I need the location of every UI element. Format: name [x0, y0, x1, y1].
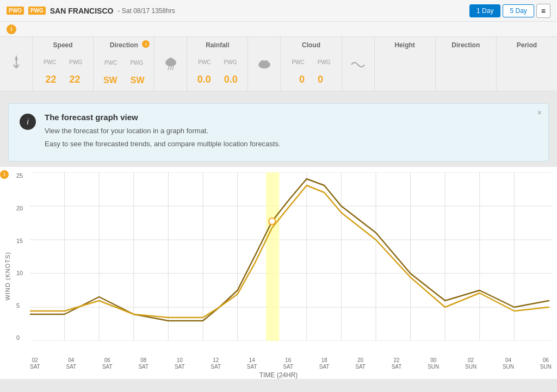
cloud-section: Cloud PWC PWG 0 0 — [281, 37, 342, 91]
y-tick-20: 20 — [16, 205, 23, 211]
cloud-icon — [257, 56, 272, 71]
x-tick-2: 06SAT — [102, 357, 113, 370]
svg-point-10 — [264, 60, 268, 65]
spacer — [0, 91, 557, 98]
tooltip-line1: View the forecast for your location in a… — [45, 126, 281, 136]
x-tick-5: 12SAT — [211, 357, 221, 370]
svg-point-4 — [168, 58, 174, 64]
svg-line-7 — [172, 66, 174, 70]
speed-label-pwg: PWG — [69, 59, 82, 65]
cloud-icon-section — [248, 37, 281, 91]
menu-button[interactable]: ≡ — [536, 4, 550, 18]
x-tick-4: 10SAT — [175, 357, 185, 370]
x-tick-8: 18SAT — [319, 357, 330, 370]
height-title: Height — [394, 41, 414, 49]
current-indicator-badge: i — [0, 170, 9, 179]
wave-direction-space — [465, 59, 467, 65]
speed-val-pwg: 22 — [70, 74, 81, 85]
height-section: Height — [375, 37, 436, 91]
rainfall-section: Rainfall PWC PWG 0.0 0.0 — [187, 37, 248, 91]
rain-icon-section — [154, 37, 187, 91]
logo-pwg: PWG — [28, 7, 46, 15]
wave-direction-val — [465, 74, 467, 85]
rainfall-label-pwc: PWC — [198, 59, 211, 65]
speed-val-pwc: 22 — [46, 74, 57, 85]
close-button[interactable]: × — [537, 108, 542, 117]
direction-values: SW SW — [103, 76, 145, 85]
svg-line-5 — [168, 66, 169, 70]
x-tick-9: 20SAT — [355, 357, 366, 370]
rainfall-val-pwc: 0.0 — [197, 74, 211, 85]
cloud-label-pwg: PWG — [318, 59, 331, 65]
x-ticks: 02SAT 04SAT 06SAT 08SAT 10SAT 12SAT 14SA… — [30, 357, 552, 370]
wave-direction-labels — [465, 59, 467, 65]
chart-svg[interactable] — [30, 172, 552, 341]
tooltip-line2: Easy to see the forecasted trends, and c… — [45, 139, 281, 149]
x-tick-14: 06SUN — [540, 357, 552, 370]
svg-point-32 — [269, 218, 275, 225]
weather-bar: Speed PWC PWG 22 22 i Direction PWC PWG … — [0, 37, 557, 91]
header-right: 1 Day 5 Day ≡ — [469, 4, 550, 18]
height-values — [404, 74, 406, 85]
period-section: Period — [497, 37, 557, 91]
cloud-val-pwg: 0 — [318, 74, 323, 85]
speed-labels: PWC PWG — [44, 59, 82, 65]
x-tick-13: 04SUN — [503, 357, 514, 370]
tooltip-info-icon: i — [20, 114, 36, 130]
speed-values: 22 22 — [46, 74, 81, 85]
wave-icon — [350, 58, 366, 69]
wind-icon-section — [0, 37, 33, 91]
x-tick-1: 04SAT — [66, 357, 76, 370]
period-labels — [526, 59, 528, 65]
tooltip-content: The forecast graph view View the forecas… — [45, 113, 281, 152]
btn-5day[interactable]: 5 Day — [503, 4, 534, 17]
x-tick-10: 22SAT — [392, 357, 402, 370]
speed-label-pwc: PWC — [44, 59, 56, 65]
header: PWO PWG SAN FRANCISCO - Sat 08/17 1358hr… — [0, 0, 557, 22]
rainfall-title: Rainfall — [206, 41, 229, 49]
y-axis-label: WIND (KNOTS) — [4, 252, 11, 301]
wave-direction-section: Direction — [436, 37, 497, 91]
rainfall-values: 0.0 0.0 — [197, 74, 238, 85]
x-tick-0: 02SAT — [30, 357, 40, 370]
header-subtitle: - Sat 08/17 1358hrs — [117, 7, 175, 15]
y-tick-0: 0 — [16, 334, 23, 341]
direction-label-pwg: PWG — [130, 60, 143, 66]
speed-title: Speed — [53, 41, 73, 49]
period-values — [525, 74, 528, 85]
svg-line-6 — [170, 66, 171, 70]
cloud-labels: PWC PWG — [292, 59, 330, 65]
y-tick-5: 5 — [16, 302, 23, 309]
direction-badge[interactable]: i — [142, 40, 150, 48]
direction-labels: PWC PWG — [104, 60, 143, 66]
page-title: SAN FRANCISCO — [50, 7, 114, 15]
direction-label-pwc: PWC — [104, 60, 117, 66]
direction-val-pwc: SW — [103, 76, 117, 85]
direction-title: Direction — [110, 41, 138, 49]
x-tick-11: 00SUN — [428, 357, 439, 370]
height-space — [404, 59, 406, 65]
height-val — [404, 74, 406, 85]
x-tick-7: 16SAT — [283, 357, 293, 370]
y-ticks: 25 20 15 10 5 0 — [16, 172, 23, 341]
wind-icon — [8, 54, 24, 73]
chart-container: i WIND (KNOTS) 25 20 15 10 5 0 02SAT 04S… — [0, 167, 557, 379]
height-labels — [404, 59, 406, 65]
logo-pwo: PWO — [7, 7, 24, 15]
tooltip-title: The forecast graph view — [45, 113, 281, 122]
svg-rect-31 — [266, 172, 279, 341]
period-space — [526, 59, 528, 65]
info-badge[interactable]: i — [7, 24, 16, 34]
y-tick-10: 10 — [16, 270, 23, 276]
x-axis-label: TIME (24HR) — [0, 371, 557, 379]
x-tick-6: 14SAT — [247, 357, 257, 370]
cloud-title: Cloud — [302, 41, 320, 49]
wave-direction-values — [465, 74, 467, 85]
x-tick-12: 02SUN — [465, 357, 476, 370]
direction-val-pwg: SW — [131, 76, 145, 85]
btn-1day[interactable]: 1 Day — [469, 4, 500, 17]
period-title: Period — [517, 41, 537, 49]
cloud-val-pwc: 0 — [299, 74, 305, 85]
rain-icon — [163, 56, 178, 71]
y-tick-25: 25 — [16, 172, 23, 179]
